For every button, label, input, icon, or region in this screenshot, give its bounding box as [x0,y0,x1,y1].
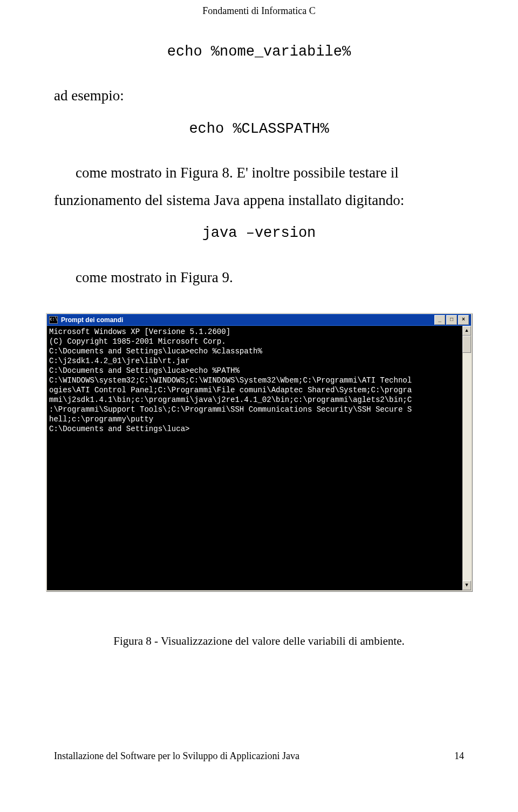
scroll-down-button[interactable]: ▼ [462,581,471,590]
figure-caption: Figura 8 - Visualizzazione del valore de… [0,634,518,648]
scrollbar[interactable]: ▲ ▼ [462,326,471,590]
terminal-output[interactable]: Microsoft Windows XP [Versione 5.1.2600]… [47,326,462,590]
scroll-thumb[interactable] [462,336,471,353]
window-titlebar[interactable]: c:\ Prompt dei comandi _ □ × [47,314,471,326]
code-echo-var: echo %nome_variabile% [54,38,464,66]
page-header: Fondamenti di Informatica C [0,0,518,33]
minimize-button[interactable]: _ [434,315,445,325]
code-echo-classpath: echo %CLASSPATH% [54,115,464,143]
text-para1: come mostrato in Figura 8. E' inoltre po… [54,159,464,187]
footer-text: Installazione del Software per lo Svilup… [54,750,299,762]
page-number: 14 [454,750,464,762]
code-java-version: java –version [54,220,464,247]
text-ad-esempio: ad esempio: [54,82,464,110]
close-button[interactable]: × [458,315,469,325]
maximize-button[interactable]: □ [446,315,457,325]
text-para3: come mostrato in Figura 9. [54,264,464,291]
cmd-icon: c:\ [49,316,58,324]
text-para2: funzionamento del sistema Java appena in… [54,187,464,214]
scroll-track[interactable] [462,353,471,581]
scroll-up-button[interactable]: ▲ [462,326,471,336]
command-prompt-window: c:\ Prompt dei comandi _ □ × Microsoft W… [46,313,472,591]
window-title: Prompt dei comandi [61,316,434,324]
